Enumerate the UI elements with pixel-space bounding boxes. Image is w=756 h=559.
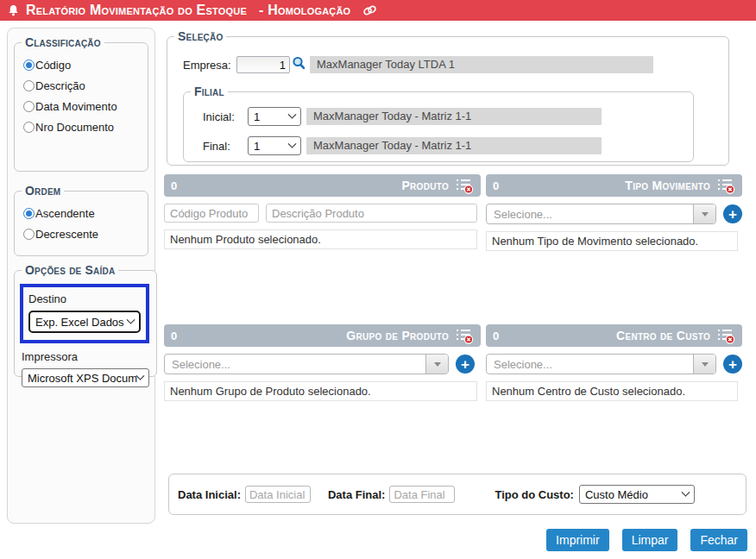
- chevron-down-icon: [288, 139, 297, 148]
- clear-list-icon[interactable]: [717, 328, 735, 344]
- filial-inicial-name-field: MaxManager Today - Matriz 1-1: [306, 108, 602, 125]
- radio-nro-documento[interactable]: Nro Documento: [23, 121, 141, 134]
- codigo-produto-input[interactable]: [164, 204, 259, 223]
- produto-title: Produto: [401, 179, 449, 192]
- radio-button-icon: [23, 80, 35, 91]
- grupo-produto-panel-header: 0 Grupo de Produto: [164, 324, 481, 347]
- add-tipo-movimento-button[interactable]: +: [723, 204, 742, 223]
- grupo-produto-empty-message: Nenhum Grupo de Produto selecionado.: [164, 381, 477, 401]
- grupo-produto-count: 0: [171, 330, 177, 342]
- empresa-label: Empresa:: [183, 59, 236, 72]
- combobox-arrow-button[interactable]: [693, 204, 715, 223]
- tipo-movimento-title: Tipo Movimento: [625, 179, 710, 192]
- triangle-down-icon: [702, 212, 709, 217]
- radio-descricao[interactable]: Descrição: [23, 79, 141, 92]
- sidebar: Classificação Código Descrição Data Movi…: [7, 28, 155, 524]
- ordem-legend: Ordem: [22, 184, 64, 198]
- tipo-custo-label: Tipo do Custo:: [495, 488, 573, 501]
- page-title: Relatório Movimentação do Estoque: [26, 3, 247, 18]
- chevron-down-icon: [136, 371, 145, 380]
- page-subtitle: - Homologação: [259, 3, 350, 18]
- add-grupo-produto-button[interactable]: +: [456, 355, 475, 374]
- produto-panel-header: 0 Produto: [164, 174, 481, 197]
- window-title-bar: Relatório Movimentação do Estoque - Homo…: [0, 0, 756, 21]
- radio-ascendente[interactable]: Ascendente: [23, 207, 141, 220]
- radio-data-movimento[interactable]: Data Movimento: [23, 100, 141, 113]
- clear-list-icon[interactable]: [717, 178, 735, 194]
- radio-decrescente[interactable]: Decrescente: [23, 228, 141, 241]
- selecao-fieldset: Seleção Empresa: MaxManager Today LTDA 1…: [167, 29, 729, 166]
- centro-custo-panel-header: 0 Centro de Custo: [486, 324, 742, 347]
- classificacao-legend: Classificação: [22, 35, 104, 49]
- destino-highlight-box: Destino Exp. Excel Dados: [20, 284, 149, 343]
- centro-custo-count: 0: [493, 330, 499, 342]
- radio-button-icon: [23, 60, 35, 71]
- tipo-movimento-combobox[interactable]: Selecione...: [486, 204, 716, 224]
- date-cost-filter-bar: Data Inicial: Data Final: Tipo do Custo:…: [168, 474, 747, 515]
- centro-custo-combobox[interactable]: Selecione...: [486, 354, 716, 374]
- empresa-name-field: MaxManager Today LTDA 1: [310, 56, 653, 73]
- selecao-legend: Seleção: [174, 29, 226, 43]
- bell-icon: [8, 4, 19, 16]
- fechar-button[interactable]: Fechar: [690, 529, 747, 551]
- add-centro-custo-button[interactable]: +: [723, 355, 742, 374]
- produto-count: 0: [171, 179, 177, 192]
- data-final-input[interactable]: [389, 486, 455, 503]
- tipo-movimento-panel-header: 0 Tipo Movimento: [486, 174, 742, 197]
- combobox-arrow-button[interactable]: [693, 355, 715, 374]
- produto-panel: 0 Produto Nenhum Produto selecionado.: [164, 174, 481, 249]
- centro-custo-empty-message: Nenhum Centro de Custo selecionado.: [486, 381, 738, 401]
- tipo-movimento-empty-message: Nenhum Tipo de Movimento selecionado.: [486, 231, 738, 251]
- imprimir-button[interactable]: Imprimir: [546, 529, 609, 551]
- descricao-produto-input[interactable]: [266, 204, 477, 223]
- clear-list-icon[interactable]: [456, 178, 474, 194]
- action-buttons: Imprimir Limpar Fechar: [546, 529, 747, 551]
- grupo-produto-title: Grupo de Produto: [346, 329, 449, 342]
- empresa-code-input[interactable]: [236, 56, 290, 73]
- link-icon[interactable]: [362, 4, 377, 16]
- search-icon[interactable]: [291, 55, 306, 74]
- tipo-movimento-count: 0: [493, 179, 499, 192]
- filial-inicial-label: Inicial:: [203, 110, 248, 123]
- opcoes-saida-fieldset: Opções de Saída Destino Exp. Excel Dados…: [14, 263, 157, 377]
- impressora-label: Impressora: [22, 350, 149, 363]
- clear-list-icon[interactable]: [456, 328, 474, 344]
- combobox-arrow-button[interactable]: [425, 355, 448, 374]
- radio-button-icon: [23, 208, 35, 219]
- chevron-down-icon: [681, 487, 690, 496]
- data-inicial-input[interactable]: [245, 486, 311, 503]
- triangle-down-icon: [702, 362, 709, 367]
- centro-custo-panel: 0 Centro de Custo Selecione... + Nenhum …: [486, 324, 742, 401]
- classificacao-fieldset: Classificação Código Descrição Data Movi…: [14, 35, 148, 172]
- radio-button-icon: [23, 101, 35, 112]
- filial-final-label: Final:: [203, 140, 248, 153]
- filial-legend: Filial: [191, 85, 228, 98]
- chevron-down-icon: [127, 315, 135, 323]
- radio-button-icon: [23, 122, 35, 133]
- tipo-movimento-panel: 0 Tipo Movimento Selecione... + Nenhum T…: [486, 174, 742, 251]
- ordem-fieldset: Ordem Ascendente Decrescente: [14, 184, 148, 256]
- radio-codigo[interactable]: Código: [23, 59, 141, 72]
- data-final-label: Data Final:: [328, 488, 385, 501]
- opcoes-saida-legend: Opções de Saída: [22, 263, 118, 277]
- produto-empty-message: Nenhum Produto selecionado.: [164, 229, 477, 249]
- grupo-produto-combobox[interactable]: Selecione...: [164, 354, 449, 374]
- destino-select[interactable]: Exp. Excel Dados: [28, 311, 141, 333]
- impressora-select[interactable]: Microsoft XPS Docum: [22, 368, 149, 387]
- tipo-custo-select[interactable]: Custo Médio: [579, 485, 695, 504]
- destino-label: Destino: [28, 292, 141, 305]
- limpar-button[interactable]: Limpar: [622, 529, 678, 551]
- filial-final-select[interactable]: 1: [248, 136, 301, 155]
- data-inicial-label: Data Inicial:: [178, 488, 241, 501]
- triangle-down-icon: [434, 362, 441, 367]
- chevron-down-icon: [288, 110, 297, 118]
- radio-button-icon: [23, 229, 35, 240]
- grupo-produto-panel: 0 Grupo de Produto Selecione... + Nenhum…: [164, 324, 481, 401]
- filial-inicial-select[interactable]: 1: [248, 107, 301, 126]
- filial-fieldset: Filial Inicial: 1 MaxManager Today - Mat…: [183, 85, 694, 162]
- filial-final-name-field: MaxManager Today - Matriz 1-1: [306, 137, 602, 154]
- centro-custo-title: Centro de Custo: [616, 329, 710, 342]
